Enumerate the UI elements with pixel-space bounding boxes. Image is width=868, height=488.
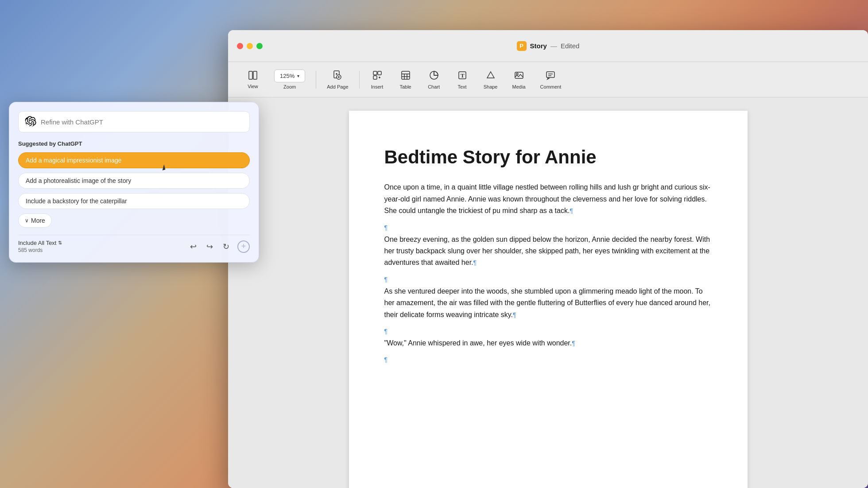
redo-button[interactable]: ↪ — [205, 240, 215, 253]
text-icon: T — [457, 70, 468, 82]
footer-actions: ↩ ↪ ↻ + — [188, 240, 250, 253]
include-all-text-button[interactable]: Include All Text ⇅ — [18, 240, 62, 246]
toolbar: View 125% ▾ Zoom Add P — [228, 62, 868, 97]
zoom-label: Zoom — [283, 84, 296, 89]
maximize-button[interactable] — [256, 43, 263, 49]
add-page-icon — [332, 70, 343, 82]
document-area: Bedtime Story for Annie Once upon a time… — [228, 97, 868, 488]
svg-rect-8 — [373, 71, 377, 75]
table-icon — [400, 70, 411, 82]
pilcrow-2: ¶ — [473, 259, 477, 266]
zoom-value: 125% — [280, 73, 294, 79]
toolbar-add-page[interactable]: Add Page — [320, 66, 355, 93]
undo-button[interactable]: ↩ — [188, 240, 198, 253]
window-controls — [237, 43, 263, 49]
pages-window: P Story — Edited View 125% ▾ Zoom — [228, 30, 868, 488]
toolbar-zoom[interactable]: 125% ▾ Zoom — [267, 66, 312, 93]
chevron-down-icon: ∨ — [25, 217, 29, 224]
pilcrow-sep-1: ¶ — [384, 224, 712, 231]
svg-rect-25 — [546, 72, 554, 77]
app-icon: P — [517, 41, 527, 51]
comment-icon — [545, 70, 556, 82]
toolbar-chart[interactable]: Chart — [420, 66, 448, 93]
title-bar-center: P Story — Edited — [517, 41, 580, 51]
add-page-label: Add Page — [327, 84, 348, 89]
media-label: Media — [512, 84, 526, 89]
include-all-text-label: Include All Text — [18, 240, 56, 246]
edited-label: Edited — [561, 42, 580, 50]
insert-label: Insert — [371, 84, 384, 89]
suggested-label: Suggested by ChatGPT — [18, 140, 250, 147]
toolbar-view[interactable]: View — [239, 67, 267, 93]
toolbar-shape[interactable]: Shape — [477, 66, 505, 93]
toolbar-insert[interactable]: Insert — [363, 66, 391, 93]
title-separator: — — [550, 42, 557, 50]
paragraph-2: One breezy evening, as the golden sun di… — [384, 234, 712, 269]
svg-rect-13 — [402, 71, 410, 79]
text-label: Text — [457, 84, 466, 89]
toolbar-table[interactable]: Table — [391, 66, 420, 93]
panel-footer: Include All Text ⇅ 585 words ↩ ↪ ↻ + — [18, 235, 250, 253]
shape-icon — [485, 70, 496, 82]
minimize-button[interactable] — [247, 43, 253, 49]
suggestion-photorealistic[interactable]: Add a photorealistic image of the story — [18, 173, 250, 189]
document-title: Story — [530, 42, 547, 50]
comment-label: Comment — [540, 84, 562, 89]
pilcrow-1: ¶ — [570, 207, 573, 214]
add-button[interactable]: + — [237, 240, 250, 253]
zoom-chevron-icon: ▾ — [297, 74, 299, 78]
include-text-arrows-icon: ⇅ — [58, 240, 62, 246]
chatgpt-input-wrap[interactable] — [18, 111, 250, 132]
chatgpt-logo-icon — [25, 116, 36, 128]
close-button[interactable] — [237, 43, 243, 49]
svg-rect-0 — [249, 71, 252, 79]
svg-rect-9 — [378, 71, 381, 75]
include-text-section: Include All Text ⇅ 585 words — [18, 240, 62, 253]
zoom-control[interactable]: 125% ▾ — [274, 70, 305, 82]
document-heading: Bedtime Story for Annie — [384, 146, 712, 168]
view-icon — [248, 70, 258, 82]
svg-rect-23 — [515, 72, 523, 78]
suggestion-magical-image[interactable]: Add a magical impressionist image — [18, 152, 250, 168]
shape-label: Shape — [484, 84, 498, 89]
refresh-button[interactable]: ↻ — [221, 240, 231, 253]
paragraph-3: As she ventured deeper into the woods, s… — [384, 286, 712, 321]
more-suggestions-button[interactable]: ∨ More — [18, 213, 52, 228]
word-count: 585 words — [18, 247, 62, 253]
svg-text:T: T — [461, 72, 465, 79]
pilcrow-sep-3: ¶ — [384, 328, 712, 335]
title-bar: P Story — Edited — [228, 30, 868, 62]
chatgpt-input-field[interactable] — [41, 118, 243, 126]
svg-rect-1 — [253, 71, 257, 79]
pilcrow-3: ¶ — [513, 311, 516, 318]
page: Bedtime Story for Annie Once upon a time… — [349, 111, 748, 488]
paragraph-1: Once upon a time, in a quaint little vil… — [384, 182, 712, 217]
view-label: View — [248, 84, 258, 89]
pilcrow-sep-2: ¶ — [384, 276, 712, 283]
chart-icon — [429, 70, 439, 82]
svg-point-24 — [516, 73, 518, 75]
insert-icon — [372, 70, 383, 82]
paragraph-4: "Wow," Annie whispered in awe, her eyes … — [384, 337, 712, 349]
toolbar-media[interactable]: Media — [505, 66, 533, 93]
toolbar-comment[interactable]: Comment — [533, 66, 569, 93]
toolbar-text[interactable]: T Text — [448, 66, 477, 93]
pilcrow-sep-4: ¶ — [384, 356, 712, 363]
toolbar-divider-2 — [359, 71, 360, 89]
chatgpt-panel: Suggested by ChatGPT Add a magical impre… — [9, 102, 259, 263]
svg-rect-10 — [373, 76, 377, 79]
media-icon — [514, 70, 524, 82]
toolbar-divider-1 — [316, 71, 316, 89]
chart-label: Chart — [428, 84, 440, 89]
table-label: Table — [399, 84, 411, 89]
pilcrow-4: ¶ — [572, 340, 575, 347]
suggestion-backstory-caterpillar[interactable]: Include a backstory for the caterpillar — [18, 193, 250, 209]
